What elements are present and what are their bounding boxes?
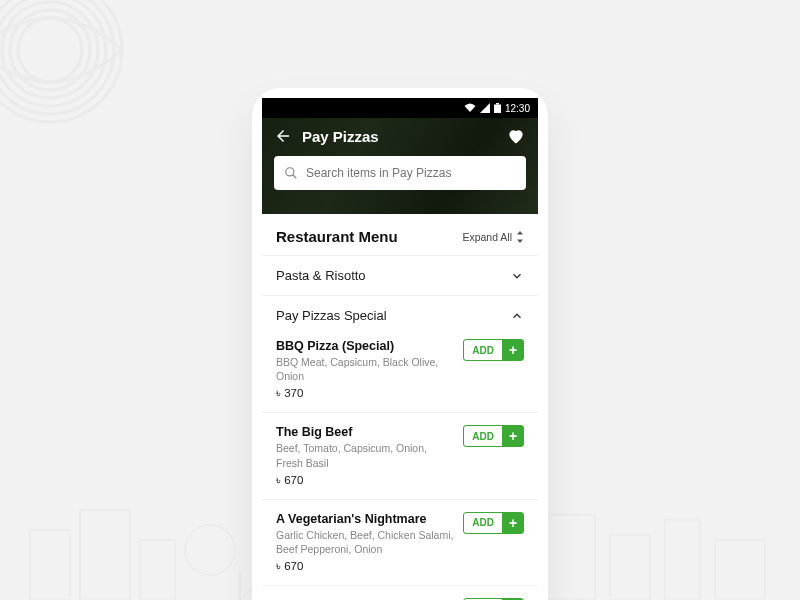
item-name: BBQ Pizza (Special) [276, 339, 455, 353]
item-description: Garlic Chicken, Beef, Chicken Salami, Be… [276, 528, 455, 556]
chevron-up-icon [510, 309, 524, 323]
plus-icon: + [502, 512, 524, 534]
item-price: ৳ 670 [276, 560, 455, 573]
svg-rect-15 [715, 540, 765, 600]
menu-item: Garlic Lover Chicken, Garlic Flakes, Bee… [262, 586, 538, 600]
menu-item: BBQ Pizza (Special) BBQ Meat, Capsicum, … [262, 327, 538, 413]
menu-item: A Vegetarian's Nightmare Garlic Chicken,… [262, 500, 538, 586]
status-bar: 12:30 [262, 98, 538, 118]
expand-all-label: Expand All [462, 231, 512, 243]
add-button[interactable]: ADD + [463, 425, 524, 447]
menu-item: The Big Beef Beef, Tomato, Capsicum, Oni… [262, 413, 538, 499]
menu-section-header: Restaurant Menu Expand All [262, 214, 538, 255]
svg-rect-12 [540, 515, 595, 600]
search-box[interactable] [274, 156, 526, 190]
noodle-decoration [0, 0, 130, 130]
expand-collapse-icon [516, 231, 524, 243]
svg-rect-7 [80, 510, 130, 600]
category-name: Pay Pizzas Special [276, 308, 510, 323]
item-price: ৳ 670 [276, 474, 455, 487]
item-description: Beef, Tomato, Capsicum, Onion, Fresh Bas… [276, 441, 455, 469]
wifi-icon [464, 103, 476, 113]
item-description: BBQ Meat, Capsicum, Black Olive, Onion [276, 355, 455, 383]
svg-point-9 [185, 525, 235, 575]
add-label: ADD [463, 339, 502, 361]
menu-title: Restaurant Menu [276, 228, 462, 245]
phone-screen: 12:30 Pay Pizzas Restaurant Menu Expand … [262, 98, 538, 600]
add-label: ADD [463, 425, 502, 447]
signal-icon [480, 103, 490, 113]
svg-rect-17 [496, 103, 499, 105]
add-button[interactable]: ADD + [463, 339, 524, 361]
chevron-down-icon [510, 269, 524, 283]
plus-icon: + [502, 425, 524, 447]
restaurant-title: Pay Pizzas [302, 128, 496, 145]
svg-rect-14 [665, 520, 700, 600]
plus-icon: + [502, 339, 524, 361]
search-input[interactable] [306, 166, 516, 180]
item-name: A Vegetarian's Nightmare [276, 512, 455, 526]
svg-point-5 [18, 18, 82, 82]
back-icon[interactable] [274, 127, 292, 145]
search-icon [284, 166, 298, 180]
expand-all-button[interactable]: Expand All [462, 231, 524, 243]
svg-line-19 [293, 175, 297, 179]
battery-icon [494, 103, 501, 113]
category-pasta-risotto[interactable]: Pasta & Risotto [262, 255, 538, 296]
svg-rect-6 [30, 530, 70, 600]
svg-rect-16 [494, 105, 501, 114]
item-name: The Big Beef [276, 425, 455, 439]
svg-point-18 [286, 168, 294, 176]
svg-rect-13 [610, 535, 650, 600]
status-time: 12:30 [505, 103, 530, 114]
category-name: Pasta & Risotto [276, 268, 510, 283]
add-button[interactable]: ADD + [463, 512, 524, 534]
favorite-icon[interactable] [506, 126, 526, 146]
svg-rect-8 [140, 540, 175, 600]
add-label: ADD [463, 512, 502, 534]
category-pay-pizzas-special[interactable]: Pay Pizzas Special [262, 296, 538, 327]
phone-frame: 12:30 Pay Pizzas Restaurant Menu Expand … [252, 88, 548, 600]
restaurant-header: Pay Pizzas [262, 118, 538, 214]
item-price: ৳ 370 [276, 387, 455, 400]
